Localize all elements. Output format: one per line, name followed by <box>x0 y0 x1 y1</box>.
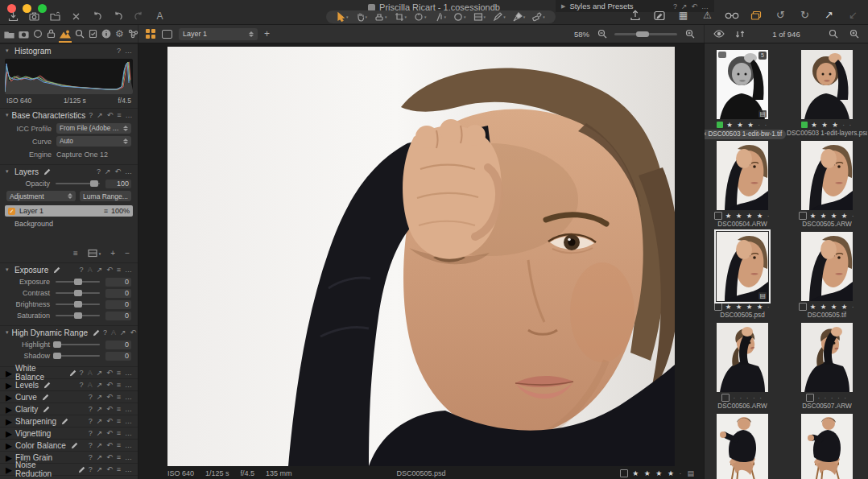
next-variant-icon[interactable]: ↙ <box>846 9 860 22</box>
slider-thumb[interactable] <box>74 301 82 308</box>
panel-copy-icon[interactable]: ↗ <box>97 453 103 461</box>
panel-presets-icon[interactable]: ≡ <box>117 111 121 119</box>
thumbnail-image[interactable] <box>801 141 853 210</box>
adjustment-type-select[interactable]: Adjustment <box>6 191 76 201</box>
panel-copy-icon[interactable]: ↗ <box>105 167 111 175</box>
slider-track[interactable] <box>56 344 100 345</box>
capture-icon[interactable] <box>27 10 41 23</box>
panel-reset-icon[interactable]: ↶ <box>106 266 113 274</box>
panel-reset-icon[interactable]: ↶ <box>106 417 113 425</box>
panel-more-icon[interactable]: … <box>125 167 132 175</box>
layer-item-selected[interactable]: ✓ Layer 1 ≡ 100% <box>5 205 133 217</box>
curve-select[interactable]: Auto <box>56 136 131 147</box>
slider-track[interactable] <box>56 304 100 305</box>
panel-header-sharpening[interactable]: ▸ Sharpening ?↗↶≡… <box>0 415 138 427</box>
single-view-icon[interactable] <box>162 30 172 39</box>
rotate-cw-icon[interactable]: ↻ <box>798 9 812 22</box>
zoom-out-icon[interactable] <box>595 27 609 40</box>
panel-header-layers[interactable]: ▾ Layers ?↗↶… <box>0 164 138 178</box>
tab-process[interactable] <box>128 25 138 43</box>
select-checkbox[interactable] <box>714 303 722 311</box>
star-rating[interactable]: ★ ★ ★ ★ · <box>632 469 683 477</box>
panel-help-icon[interactable]: ? <box>89 111 93 119</box>
loupe-tool[interactable]: ▾ <box>372 10 390 23</box>
panel-header-histogram[interactable]: ▾ Histogram ?… <box>0 43 138 57</box>
panel-more-icon[interactable]: … <box>125 266 132 274</box>
add-layer-button[interactable]: + <box>264 28 270 39</box>
panel-more-icon[interactable]: … <box>125 465 132 473</box>
panel-presets-icon[interactable]: ≡ <box>117 381 121 389</box>
filter-eye-icon[interactable] <box>712 27 725 40</box>
panel-presets-icon[interactable]: ≡ <box>117 465 121 473</box>
main-photo[interactable] <box>167 47 675 466</box>
delete-icon[interactable] <box>69 10 83 23</box>
panel-reset-icon[interactable]: ↶ <box>106 453 113 461</box>
panel-presets-icon[interactable]: ≡ <box>117 417 121 425</box>
thumbnail[interactable]: ★ ★ ★ ★ · DSC00505.ARW <box>800 141 854 232</box>
panel-reset-icon[interactable]: ↶ <box>106 429 113 437</box>
tab-output[interactable] <box>47 25 56 43</box>
edit-icon[interactable] <box>652 9 666 22</box>
panel-copy-icon[interactable]: ↗ <box>97 465 103 473</box>
tab-info[interactable] <box>101 25 111 43</box>
panel-header-white-balance[interactable]: ▸ White Balance ?A↗↶≡… <box>0 366 138 378</box>
mask-gradient-icon[interactable]: ▾ <box>88 249 101 258</box>
warning-icon[interactable]: ⚠ <box>701 9 714 22</box>
remove-layer-icon[interactable]: − <box>125 249 130 258</box>
slider-value[interactable]: 0 <box>105 278 131 287</box>
panel-header-clarity[interactable]: ▸ Clarity ?↗↶≡… <box>0 403 138 415</box>
slider-thumb[interactable] <box>74 290 82 296</box>
panel-help-icon[interactable]: ? <box>97 167 101 175</box>
panel-reset-icon[interactable]: ↶ <box>106 441 113 449</box>
panel-help-icon[interactable]: ? <box>80 369 84 377</box>
thumbnail-image[interactable] <box>801 323 853 392</box>
panel-copy-icon[interactable]: ↗ <box>97 393 103 401</box>
proof-glasses-icon[interactable] <box>725 9 739 22</box>
panel-help-icon[interactable]: ? <box>80 381 84 389</box>
pan-tool[interactable]: ▾ <box>353 10 370 23</box>
add-layer-icon[interactable]: + <box>110 249 115 258</box>
panel-header-base-characteristics[interactable]: ▾ Base Characteristics ?↗↶≡… <box>0 108 138 122</box>
star-rating[interactable]: ★ ★ ★ ★ · <box>725 212 771 220</box>
panel-copy-icon[interactable]: ↗ <box>97 441 103 449</box>
panel-header-color-balance[interactable]: ▸ Color Balance ?↗↶≡… <box>0 439 138 451</box>
color-tag-green[interactable] <box>717 122 723 128</box>
thumbnail[interactable]: · · · · · DSC00506.ARW <box>715 323 770 414</box>
opacity-thumb[interactable] <box>90 180 98 187</box>
erase-tool[interactable]: ▾ <box>530 10 548 23</box>
select-checkbox[interactable] <box>714 212 722 220</box>
slider-track[interactable] <box>56 292 100 294</box>
panel-presets-icon[interactable]: ≡ <box>117 453 121 461</box>
tab-details[interactable] <box>75 25 85 43</box>
panel-more-icon[interactable]: … <box>125 453 132 461</box>
panel-presets-icon[interactable]: ≡ <box>117 393 121 401</box>
crop-tool[interactable]: ▾ <box>392 10 410 23</box>
thumbnail-image[interactable] <box>801 50 853 119</box>
panel-auto-icon[interactable]: A <box>88 381 93 389</box>
tab-settings[interactable]: ⚙ <box>115 25 124 43</box>
layer-checkbox[interactable]: ✓ <box>8 208 15 215</box>
panel-copy-icon[interactable]: ↗ <box>97 266 103 274</box>
slider-value[interactable]: 0 <box>105 289 131 298</box>
panel-auto-icon[interactable]: A <box>111 328 116 337</box>
panel-more-icon[interactable]: … <box>125 405 132 413</box>
panel-reset-icon[interactable]: ↶ <box>106 381 113 389</box>
slider-value[interactable]: 0 <box>105 341 131 349</box>
tab-metadata[interactable] <box>89 25 97 43</box>
panel-help-icon[interactable]: ? <box>80 266 84 274</box>
slider-thumb[interactable] <box>74 279 82 285</box>
zoom-in-icon[interactable] <box>683 27 696 40</box>
sort-icon[interactable] <box>733 27 746 40</box>
panel-auto-icon[interactable]: A <box>88 266 93 274</box>
export-folder-icon[interactable] <box>48 10 62 23</box>
thumbnail[interactable]: · · · · · <box>715 414 770 479</box>
prev-variant-icon[interactable]: ↗ <box>822 9 836 22</box>
panel-reset-icon[interactable]: ↶ <box>130 328 137 337</box>
panel-more-icon[interactable]: … <box>126 111 133 119</box>
opacity-value[interactable]: 100 <box>105 180 131 188</box>
slider-track[interactable] <box>56 281 100 283</box>
panel-help-icon[interactable]: ? <box>89 393 93 401</box>
panel-header-vignetting[interactable]: ▸ Vignetting ?↗↶≡… <box>0 427 138 439</box>
select-checkbox[interactable] <box>799 212 807 220</box>
panel-more-icon[interactable]: … <box>125 369 132 377</box>
